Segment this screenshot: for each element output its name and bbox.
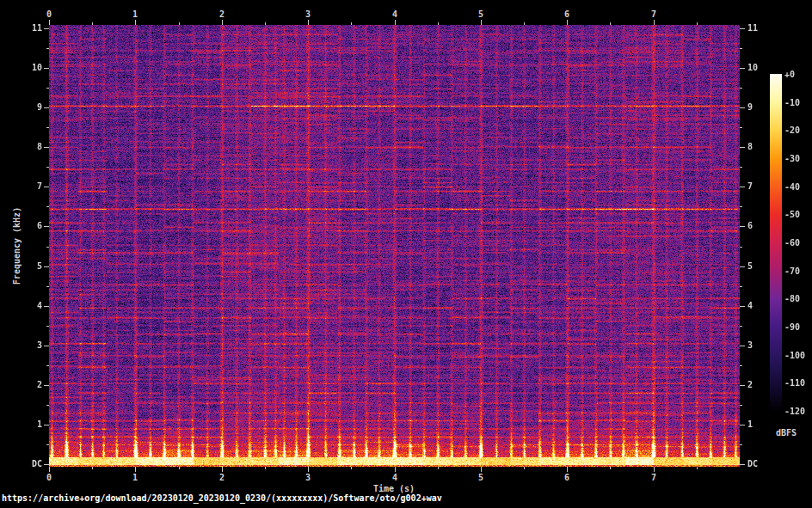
y-axis-minor-tick-right — [740, 286, 742, 287]
x-axis-tick-top — [308, 20, 309, 25]
y-axis-tick-label-right: 1 — [747, 419, 753, 430]
colorbar-tick-label: -70 — [784, 266, 800, 277]
x-axis-tick-label-top: 3 — [305, 9, 311, 20]
y-axis-minor-tick-right — [740, 326, 742, 327]
y-axis-tick-right — [740, 187, 745, 187]
y-axis-tick-right — [740, 346, 745, 346]
y-axis-tick-label-right: 11 — [747, 23, 758, 34]
y-axis-minor-tick-left — [46, 444, 49, 445]
x-axis-tick-bottom — [567, 467, 568, 472]
x-axis-tick-bottom — [222, 467, 223, 472]
x-axis-minor-tick-top — [351, 22, 352, 25]
x-axis-minor-tick-top — [697, 22, 698, 25]
colorbar-tick-label: -20 — [784, 125, 800, 136]
y-axis-tick-label-left: 6 — [0, 221, 42, 231]
y-axis-tick-label-right: 9 — [747, 102, 753, 113]
y-axis-minor-tick-right — [740, 405, 742, 406]
colorbar-tick-label: -90 — [784, 322, 800, 333]
y-axis-tick-label-left: 2 — [0, 380, 42, 390]
x-axis-minor-tick-bottom — [92, 467, 93, 469]
y-axis-tick-right — [740, 266, 745, 267]
y-axis-title: Frequency (kHz) — [12, 207, 22, 285]
y-axis-tick-label-left: 3 — [0, 340, 42, 351]
x-axis-minor-tick-top — [438, 22, 439, 25]
y-axis-tick-label-right: 7 — [747, 181, 753, 192]
x-axis-tick-label-top: 5 — [478, 9, 483, 20]
x-axis-minor-tick-bottom — [697, 467, 698, 469]
x-axis-tick-label-top: 1 — [132, 9, 138, 20]
y-axis-minor-tick-left — [46, 286, 49, 287]
x-axis-minor-tick-bottom — [524, 467, 525, 469]
x-axis-minor-tick-top — [265, 22, 266, 25]
y-axis-tick-label-left: 4 — [0, 301, 42, 311]
y-axis-tick-label-right: 4 — [747, 301, 753, 311]
y-axis-tick-right — [740, 306, 745, 307]
x-axis-tick-top — [481, 20, 482, 25]
x-axis-tick-top — [135, 20, 136, 25]
colorbar-tick-label: -40 — [784, 182, 800, 193]
x-axis-tick-top — [654, 20, 655, 25]
y-axis-tick-left — [44, 28, 49, 29]
x-axis-minor-tick-bottom — [438, 467, 439, 469]
x-axis-tick-label-bottom: 4 — [392, 473, 397, 483]
y-axis-tick-left — [44, 68, 49, 69]
y-axis-minor-tick-left — [46, 365, 49, 366]
y-axis-tick-left — [44, 147, 49, 148]
y-axis-tick-left — [44, 425, 49, 425]
y-axis-tick-label-left: 11 — [0, 23, 42, 34]
y-axis-tick-left — [44, 464, 49, 465]
y-axis-minor-tick-right — [740, 365, 742, 366]
y-axis-tick-label-left: 7 — [0, 181, 42, 192]
y-axis-tick-left — [44, 306, 49, 307]
y-axis-tick-right — [740, 226, 745, 227]
x-axis-tick-bottom — [654, 467, 655, 472]
x-axis-tick-label-bottom: 2 — [219, 473, 225, 483]
y-axis-minor-tick-left — [46, 127, 49, 128]
colorbar-tick-label: -60 — [784, 238, 800, 248]
y-axis-minor-tick-left — [46, 167, 49, 168]
x-axis-tick-label-bottom: 1 — [132, 473, 138, 483]
y-axis-minor-tick-left — [46, 48, 49, 49]
x-axis-tick-label-top: 6 — [564, 9, 569, 20]
y-axis-tick-label-right: 2 — [747, 380, 753, 390]
y-axis-minor-tick-right — [740, 167, 742, 168]
y-axis-minor-tick-left — [46, 206, 49, 207]
y-axis-minor-tick-right — [740, 247, 742, 248]
x-axis-tick-top — [395, 20, 396, 25]
colorbar-tick-label: -10 — [784, 98, 800, 108]
colorbar-tick-label: +0 — [784, 70, 795, 80]
y-axis-tick-right — [740, 425, 745, 425]
y-axis-minor-tick-right — [740, 444, 742, 445]
y-axis-tick-right — [740, 28, 745, 29]
y-axis-tick-label-left: 9 — [0, 102, 42, 113]
source-url-caption: https://archive+org/download/20230120_20… — [2, 493, 442, 504]
y-axis-tick-label-left: 1 — [0, 419, 42, 430]
y-axis-minor-tick-left — [46, 326, 49, 327]
colorbar-tick-label: -110 — [784, 378, 805, 389]
colorbar-title: dBFS — [776, 428, 797, 438]
y-axis-minor-tick-left — [46, 405, 49, 406]
y-axis-tick-right — [740, 464, 745, 465]
colorbar-tick-label: -100 — [784, 351, 805, 361]
y-axis-tick-label-right: 10 — [747, 63, 758, 73]
spectrogram-canvas — [49, 25, 740, 467]
x-axis-tick-label-top: 7 — [651, 9, 656, 20]
x-axis-tick-bottom — [135, 467, 136, 472]
y-axis-minor-tick-right — [740, 48, 742, 49]
x-axis-tick-label-bottom: 0 — [46, 473, 52, 483]
x-axis-tick-top — [222, 20, 223, 25]
colorbar-tick-label: -80 — [784, 294, 800, 304]
y-axis-minor-tick-left — [46, 88, 49, 89]
y-axis-tick-label-left: 5 — [0, 261, 42, 272]
x-axis-tick-label-top: 2 — [219, 9, 225, 20]
x-axis-minor-tick-top — [610, 22, 611, 25]
colorbar-gradient — [770, 74, 782, 412]
y-axis-tick-left — [44, 187, 49, 187]
y-axis-tick-right — [740, 107, 745, 108]
x-axis-tick-label-bottom: 3 — [305, 473, 311, 483]
y-axis-minor-tick-left — [46, 247, 49, 248]
x-axis-tick-label-bottom: 5 — [478, 473, 483, 483]
y-axis-minor-tick-right — [740, 127, 742, 128]
y-axis-tick-label-left: 8 — [0, 142, 42, 152]
y-axis-tick-label-left: 10 — [0, 63, 42, 73]
